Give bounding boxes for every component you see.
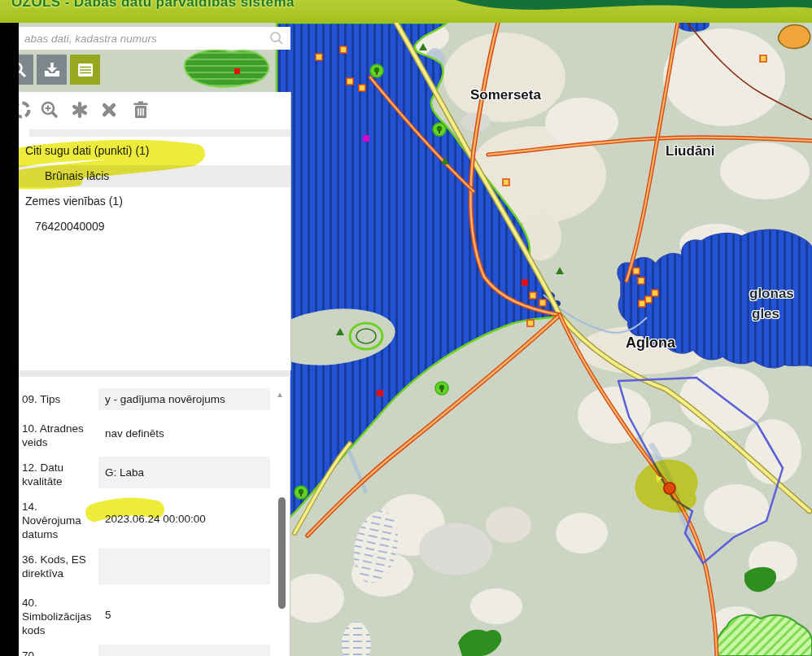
- attribute-label: 12. Datu kvalitāte: [22, 457, 94, 488]
- attribute-value: y - gadījuma novērojums: [98, 388, 270, 410]
- list-item-group-zemes-vienibas[interactable]: Zemes vienības (1): [19, 190, 290, 212]
- attribute-row: 12. Datu kvalitāte G: Laba: [22, 457, 270, 488]
- attribute-row-observation-date: 14. Novērojuma datums 2023.06.24 00:00:0…: [22, 496, 270, 541]
- attribute-value: 5: [98, 604, 270, 626]
- map-label-lake-line2: gles: [752, 306, 779, 322]
- pond-ring: [350, 323, 382, 349]
- asterisk-icon[interactable]: [70, 100, 89, 120]
- trash-icon[interactable]: [131, 100, 151, 120]
- panel-divider: [19, 370, 290, 377]
- attribute-label: 09. Tips: [22, 388, 94, 410]
- attribute-value: nav definēts: [98, 422, 270, 444]
- window-edge-strip: [0, 23, 19, 656]
- list-item-parcel-number[interactable]: 76420040009: [19, 216, 290, 238]
- map-results-button[interactable]: [70, 55, 100, 85]
- table-icon: [76, 61, 94, 79]
- attribute-row: 10. Atradnes veids nav definēts: [22, 418, 270, 449]
- scroll-up-arrow[interactable]: ▲: [276, 391, 284, 399]
- attribute-label: 36. Kods, ES direktīva: [22, 549, 94, 584]
- attribute-row: 70. OBJECTID 712358: [22, 645, 270, 656]
- attribute-row: 36. Kods, ES direktīva: [22, 549, 270, 584]
- results-panel: Citi sugu dati (punkti) (1) Brūnais lāci…: [19, 92, 291, 370]
- list-item-brunais-lacis[interactable]: Brūnais lācis: [19, 165, 290, 187]
- attribute-row: 09. Tips y - gadījuma novērojums: [22, 388, 270, 410]
- attribute-label: 40. Simbolizācijas kods: [22, 592, 94, 637]
- attribute-label: 10. Atradnes veids: [22, 418, 94, 449]
- habitat-polygon-hatched: [185, 50, 268, 87]
- attributes-panel: 09. Tips y - gadījuma novērojums 10. Atr…: [19, 377, 290, 656]
- app-title: OZOLS - Dabas datu pārvaldības sistēma: [11, 0, 295, 11]
- map-label-liudani: Liudāni: [666, 143, 714, 160]
- horizontal-scrollbar-track[interactable]: [29, 129, 290, 137]
- zoom-in-icon[interactable]: [40, 100, 59, 120]
- attribute-value: G: Laba: [98, 457, 270, 488]
- results-toolbar: [19, 95, 290, 126]
- red-point: [234, 68, 240, 74]
- map-label-aglona: Aglona: [626, 335, 675, 352]
- app-header: OZOLS - Dabas datu pārvaldības sistēma: [0, 0, 812, 23]
- attribute-value: 2023.06.24 00:00:00: [98, 508, 270, 530]
- map-label-lake-line1: glonas: [749, 286, 794, 302]
- orange-area: [779, 24, 810, 48]
- attribute-row: 40. Simbolizācijas kods 5: [22, 592, 270, 637]
- search-bar: [19, 27, 290, 50]
- attribute-label: 14. Novērojuma datums: [22, 496, 94, 541]
- search-icon: [269, 31, 284, 46]
- scrollbar-thumb[interactable]: [278, 497, 286, 609]
- attribute-label: 70. OBJECTID: [22, 645, 94, 656]
- download-icon: [43, 61, 61, 79]
- magenta-point-symbol: [363, 135, 369, 142]
- search-input[interactable]: [19, 27, 269, 50]
- map-export-button[interactable]: [37, 55, 67, 85]
- attribute-value: [98, 549, 270, 584]
- map-label-somerseta: Somerseta: [470, 87, 541, 103]
- close-icon[interactable]: [99, 100, 119, 120]
- locate-icon[interactable]: [19, 100, 32, 120]
- list-item-group-citi-sugu-dati[interactable]: Citi sugu dati (punkti) (1): [19, 140, 290, 162]
- attribute-value: 712358: [98, 645, 270, 656]
